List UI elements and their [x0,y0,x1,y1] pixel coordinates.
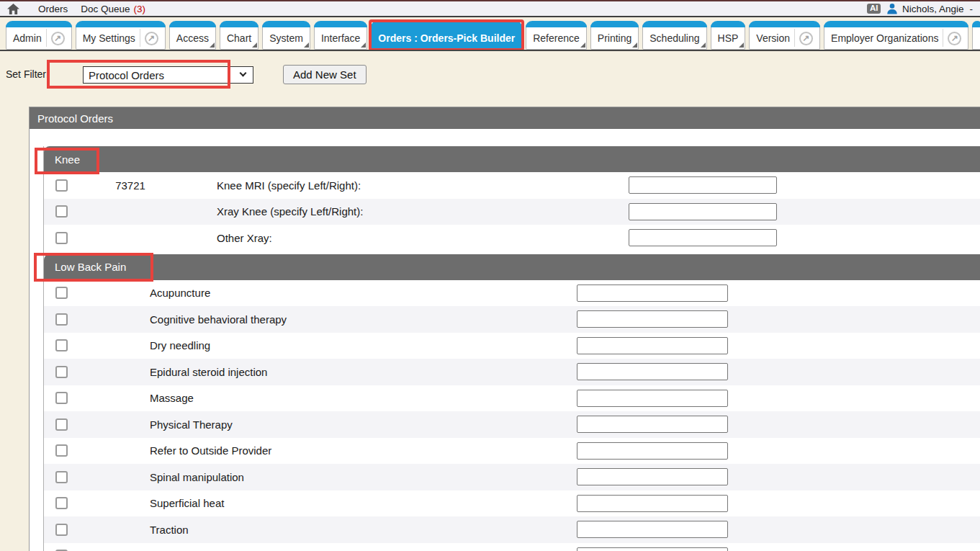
section-title: Low Back Pain [55,261,126,273]
order-code: 73721 [87,179,174,192]
order-checkbox[interactable] [55,418,68,431]
order-text-input[interactable] [577,390,728,407]
order-row: Massage [44,385,980,412]
set-filter-select[interactable]: Protocol Orders [83,66,253,84]
annotation-box-selected-tab [369,19,524,50]
section-header: Low Back Pain [44,254,980,280]
tab-reference[interactable]: Reference [526,21,587,50]
open-external-icon[interactable]: ↗ [145,32,158,45]
order-row: 73721Knee MRI (specify Left/Right): [44,172,980,199]
order-text-input[interactable] [577,363,728,380]
dropdown-caret-icon [304,42,309,48]
order-checkbox[interactable] [55,205,68,218]
order-text-input[interactable] [577,442,728,460]
order-checkbox[interactable] [55,339,68,351]
section-header: Knee [44,146,980,172]
order-row: Yoga [44,543,980,551]
order-text-input[interactable] [629,176,777,194]
order-text-input[interactable] [577,495,728,512]
topbar-user-area: AI Nichols, Angie - [867,3,974,14]
topbar-link-orders[interactable]: Orders [38,4,68,14]
open-external-icon[interactable]: ↗ [948,32,961,45]
tab-version[interactable]: Version↗ [749,21,820,50]
tab-admin[interactable]: Admin↗ [6,21,72,50]
tab-hsp[interactable]: HSP [711,21,746,50]
tab-label: Orders : Orders-Pick Builder [378,32,515,44]
dropdown-caret-icon [701,42,706,48]
tab-access[interactable]: Access [169,21,216,50]
checkbox-cell [44,313,87,326]
order-checkbox[interactable] [55,497,68,509]
tab-system[interactable]: System [262,21,310,50]
order-label: Traction [87,524,189,536]
panel-header: Protocol Orders [30,107,980,129]
sections: Knee73721Knee MRI (specify Left/Right):X… [43,146,980,551]
dropdown-caret-icon [739,42,744,48]
order-checkbox[interactable] [55,471,68,483]
order-checkbox[interactable] [55,524,68,536]
order-text-input[interactable] [577,416,728,433]
order-checkbox[interactable] [55,313,68,326]
order-text-input[interactable] [577,285,728,302]
order-row: Xray Knee (specify Left/Right): [44,199,980,225]
order-text-input[interactable] [577,468,728,485]
order-row: Epidural steroid injection [44,359,980,385]
order-text-input[interactable] [629,203,777,220]
order-checkbox[interactable] [55,287,68,299]
checkbox-cell [44,418,87,431]
tab-interface[interactable]: Interface [314,21,367,50]
tab-label: Reference [533,32,580,44]
order-label: Xray Knee (specify Left/Right): [174,205,363,218]
order-label: Cognitive behavioral therapy [87,313,287,326]
tab-employer-organizations[interactable]: Employer Organizations↗ [824,21,968,50]
tab-label: Employer Organizations [831,32,938,44]
order-checkbox[interactable] [55,232,68,244]
tab-printing[interactable]: Printing [590,21,639,50]
checkbox-cell [44,205,87,218]
order-checkbox[interactable] [55,392,68,404]
tab-my-settings[interactable]: My Settings↗ [76,21,166,50]
set-filter-area: Set Filter: Protocol Orders Add New Set [0,51,980,107]
topbar-link-doc-queue[interactable]: Doc Queue [81,4,130,14]
order-checkbox[interactable] [55,366,68,378]
tab-chart[interactable]: Chart [220,21,259,50]
doc-queue-count: (3) [134,4,146,14]
order-label: Dry needling [87,339,210,351]
tab-label: Access [176,32,209,44]
order-label: Physical Therapy [87,418,233,431]
open-external-icon[interactable]: ↗ [51,32,65,45]
order-row: Acupuncture [44,280,980,307]
order-text-input[interactable] [577,521,728,538]
order-text-input[interactable] [629,229,777,246]
tab-partial[interactable] [972,21,980,50]
order-label: Spinal manipulation [87,471,244,483]
user-name[interactable]: Nichols, Angie [902,4,964,14]
add-new-set-button[interactable]: Add New Set [283,65,367,84]
checkbox-cell [44,366,87,378]
tab-scheduling[interactable]: Scheduling [642,21,706,50]
order-label: Knee MRI (specify Left/Right): [174,179,361,192]
checkbox-cell [44,497,87,509]
order-row: Refer to Outside Provider [44,438,980,465]
order-text-input[interactable] [577,337,728,354]
set-filter-label: Set Filter: [6,68,49,80]
order-label: Superficial heat [87,497,224,509]
open-external-icon[interactable]: ↗ [799,32,813,45]
checkbox-cell [44,524,87,536]
user-menu-dash: - [970,4,974,14]
tab-label: Printing [598,32,631,44]
order-checkbox[interactable] [55,179,68,192]
tab-label: Admin [13,32,42,44]
tab-orders-orders-pick-builder[interactable]: Orders : Orders-Pick Builder [371,21,522,50]
checkbox-cell [44,471,87,483]
order-text-input[interactable] [577,310,728,328]
dropdown-caret-icon [252,42,257,48]
tab-label: Interface [321,32,360,44]
tab-separator [46,29,47,47]
order-label: Massage [87,392,194,404]
order-label: Epidural steroid injection [87,366,267,378]
order-checkbox[interactable] [55,444,68,457]
order-label: Other Xray: [174,232,272,244]
home-icon[interactable] [7,4,19,14]
order-text-input[interactable] [577,547,728,551]
